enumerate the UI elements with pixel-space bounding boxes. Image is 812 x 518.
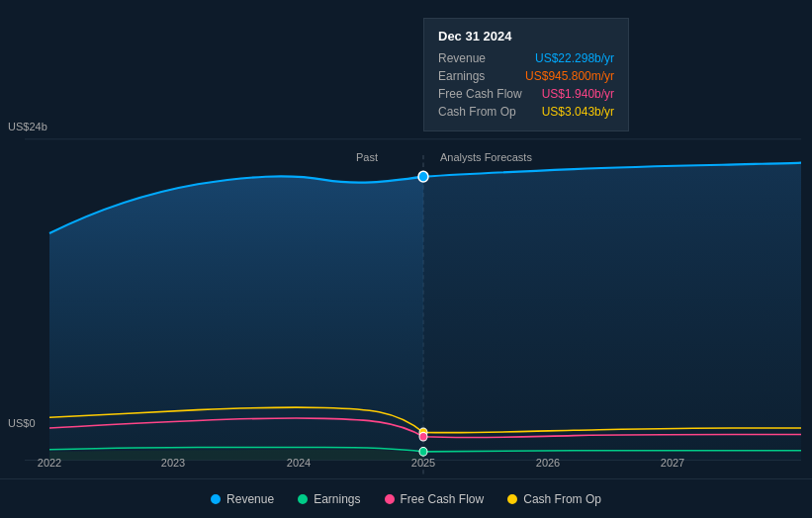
tooltip-earnings-row: Earnings US$945.800m/yr	[438, 67, 614, 85]
tooltip-revenue-row: Revenue US$22.298b/yr	[438, 49, 614, 67]
svg-point-6	[419, 432, 427, 441]
tooltip-date: Dec 31 2024	[438, 29, 614, 43]
chart-container: US$24b US$0 2022 2023 2024 2025 2026 202…	[0, 0, 812, 518]
chart-svg	[0, 0, 812, 518]
legend-earnings-dot	[298, 494, 308, 504]
y-label-bottom: US$0	[8, 417, 36, 429]
legend-revenue[interactable]: Revenue	[211, 492, 274, 506]
legend-earnings-label: Earnings	[314, 492, 360, 506]
legend-fcf[interactable]: Free Cash Flow	[385, 492, 485, 506]
legend-cashop-label: Cash From Op	[523, 492, 601, 506]
x-label-2024: 2024	[287, 457, 311, 469]
svg-point-4	[418, 171, 428, 182]
chart-legend: Revenue Earnings Free Cash Flow Cash Fro…	[0, 478, 812, 518]
legend-cashop-dot	[507, 494, 517, 504]
tooltip-fcf-value: US$1.940b/yr	[542, 87, 614, 101]
tooltip-earnings-label: Earnings	[438, 69, 485, 83]
x-label-2023: 2023	[161, 457, 185, 469]
tooltip-cashop-label: Cash From Op	[438, 105, 516, 119]
legend-cashop[interactable]: Cash From Op	[507, 492, 601, 506]
legend-fcf-dot	[385, 494, 395, 504]
tooltip-cashop-value: US$3.043b/yr	[542, 105, 614, 119]
legend-fcf-label: Free Cash Flow	[401, 492, 485, 506]
svg-point-7	[419, 448, 427, 457]
past-label: Past	[356, 151, 378, 163]
analysts-label: Analysts Forecasts	[440, 151, 532, 163]
tooltip: Dec 31 2024 Revenue US$22.298b/yr Earnin…	[423, 18, 629, 131]
tooltip-cashop-row: Cash From Op US$3.043b/yr	[438, 103, 614, 121]
x-label-2026: 2026	[536, 457, 560, 469]
y-label-top: US$24b	[8, 121, 47, 132]
legend-earnings[interactable]: Earnings	[298, 492, 360, 506]
tooltip-revenue-value: US$22.298b/yr	[535, 51, 614, 65]
tooltip-fcf-row: Free Cash Flow US$1.940b/yr	[438, 85, 614, 103]
x-label-2025: 2025	[411, 457, 435, 469]
tooltip-earnings-value: US$945.800m/yr	[525, 69, 614, 83]
tooltip-fcf-label: Free Cash Flow	[438, 87, 522, 101]
x-label-2022: 2022	[38, 457, 61, 469]
legend-revenue-dot	[211, 494, 221, 504]
x-label-2027: 2027	[661, 457, 684, 469]
legend-revenue-label: Revenue	[226, 492, 274, 506]
tooltip-revenue-label: Revenue	[438, 51, 486, 65]
